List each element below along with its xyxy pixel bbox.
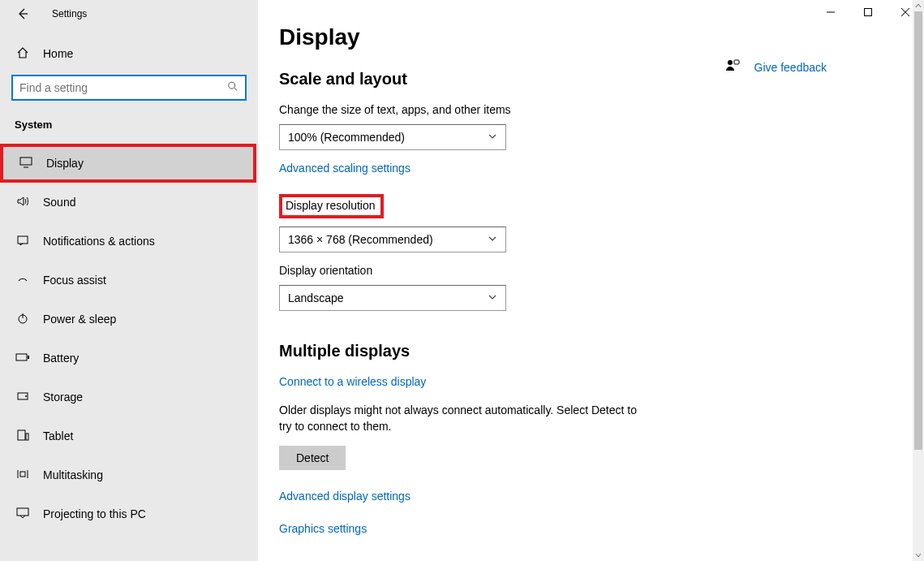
scale-label: Change the size of text, apps, and other… [279,103,924,116]
wireless-display-link[interactable]: Connect to a wireless display [279,375,426,388]
focus-icon [15,273,31,288]
chevron-down-icon [488,131,497,144]
highlight-display-box: Display [0,144,256,183]
close-button[interactable] [887,0,924,24]
nav-item-tablet[interactable]: Tablet [0,416,258,455]
svg-line-2 [234,88,238,91]
nav-item-power[interactable]: Power & sleep [0,300,258,339]
svg-rect-16 [20,472,25,477]
chevron-down-icon [488,291,497,304]
svg-point-18 [728,60,733,65]
nav-label: Power & sleep [43,313,116,326]
scroll-down-icon[interactable] [913,550,924,561]
section-label: System [0,101,258,136]
back-button[interactable] [11,2,34,25]
maximize-button[interactable] [849,0,887,24]
scale-value: 100% (Recommended) [288,131,405,144]
home-label: Home [43,47,73,60]
give-feedback[interactable]: Give feedback [725,58,827,76]
svg-rect-8 [16,354,27,360]
search-input[interactable] [11,75,247,101]
search-icon [227,81,239,95]
svg-rect-5 [18,236,28,244]
home-icon [15,46,31,62]
title-bar: Settings [0,0,258,28]
nav-label: Focus assist [43,274,106,287]
nav-label: Display [46,157,84,170]
tablet-icon [15,429,31,444]
nav-label: Projecting to this PC [43,507,146,520]
projecting-icon [15,507,31,522]
svg-rect-19 [734,60,739,64]
graphics-settings-link[interactable]: Graphics settings [279,522,367,535]
notifications-icon [15,234,31,249]
svg-rect-3 [20,158,32,165]
minimize-button[interactable] [812,0,849,24]
storage-icon [15,390,31,405]
resolution-dropdown[interactable]: 1366 × 768 (Recommended) [279,227,506,252]
orientation-value: Landscape [288,291,344,304]
search-field[interactable] [13,81,245,94]
section-scale-heading: Scale and layout [279,70,924,88]
scroll-thumb[interactable] [914,11,922,450]
display-icon [18,157,34,170]
nav-item-storage[interactable]: Storage [0,378,258,416]
nav-label: Storage [43,391,83,403]
power-icon [15,312,31,327]
advanced-scaling-link[interactable]: Advanced scaling settings [279,162,410,175]
nav-item-sound[interactable]: Sound [0,183,258,222]
detect-button[interactable]: Detect [279,446,346,470]
nav-item-notifications[interactable]: Notifications & actions [0,222,258,261]
nav-label: Battery [43,352,79,365]
vertical-scrollbar[interactable] [913,0,924,561]
window-title: Settings [52,8,87,19]
content-area: Display Scale and layout Change the size… [258,0,924,561]
scroll-track[interactable] [913,11,924,550]
svg-rect-9 [28,356,29,359]
feedback-icon [725,58,740,76]
svg-rect-17 [17,508,28,516]
caption-buttons [812,0,924,24]
back-arrow-icon [16,7,29,20]
nav-label: Tablet [43,429,73,442]
nav-label: Multitasking [43,468,103,481]
orientation-dropdown[interactable]: Landscape [279,285,506,311]
nav-item-battery[interactable]: Battery [0,339,258,378]
scale-dropdown[interactable]: 100% (Recommended) [279,124,506,150]
svg-point-1 [229,82,235,88]
section-multiple-heading: Multiple displays [279,342,924,360]
svg-rect-21 [865,9,872,16]
resolution-value: 1366 × 768 (Recommended) [288,233,433,246]
svg-rect-12 [18,430,25,440]
highlight-resolution-box: Display resolution [279,194,384,218]
feedback-label: Give feedback [754,61,827,74]
svg-point-11 [25,395,27,397]
battery-icon [15,352,31,365]
orientation-label: Display orientation [279,264,924,277]
svg-rect-13 [26,434,28,440]
nav-item-multitasking[interactable]: Multitasking [0,455,258,494]
nav-item-projecting[interactable]: Projecting to this PC [0,494,258,533]
sound-icon [15,195,31,210]
nav-list: Display Sound Notifications & actions Fo… [0,144,258,533]
chevron-down-icon [488,233,497,246]
nav-label: Sound [43,196,75,209]
resolution-label: Display resolution [286,199,376,212]
nav-label: Notifications & actions [43,235,155,248]
page-title: Display [279,24,924,50]
multitasking-icon [15,468,31,483]
detect-note: Older displays might not always connect … [279,403,644,434]
nav-item-display[interactable]: Display [3,147,253,179]
sidebar: Settings Home System Display [0,0,258,561]
advanced-display-link[interactable]: Advanced display settings [279,490,410,503]
home-nav[interactable]: Home [0,37,258,70]
nav-item-focus[interactable]: Focus assist [0,261,258,300]
